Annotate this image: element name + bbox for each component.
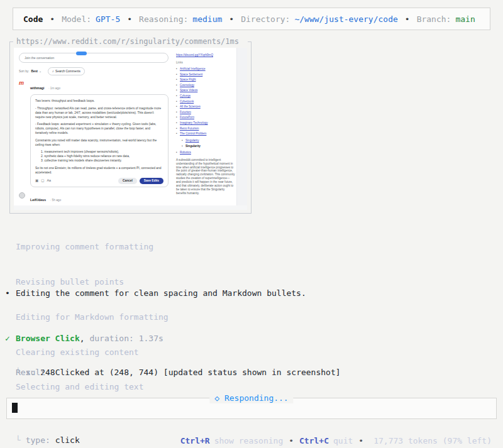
subreddit-description: A subreddit committed to intelligent und… — [176, 158, 235, 195]
list-item: Cosmology — [176, 84, 235, 87]
list-item: Imaginary Technology — [176, 121, 235, 124]
assistant-message-text: Editing the comment for clean spacing an… — [16, 288, 306, 298]
sidebar-link[interactable]: Robotics — [180, 151, 191, 154]
avatar — [19, 192, 25, 199]
sidebar-link[interactable]: Cyberpunk — [180, 100, 194, 103]
reasoning-label: Reasoning: — [139, 14, 188, 24]
sidebar-link[interactable]: Futurism — [180, 111, 191, 114]
page-bottom-strip — [14, 205, 247, 210]
separator-dot: • — [289, 436, 294, 445]
scrollbar-area[interactable] — [236, 48, 247, 210]
list-item: Singularity — [182, 139, 235, 142]
footer-hints: Ctrl+Rshow reasoning•Ctrl+Cquit•17,773 t… — [0, 427, 492, 448]
image-icon[interactable]: ▣ — [35, 178, 38, 183]
separator-dot: • — [50, 14, 55, 24]
editor-toolbar: ▣ ▢ Aa Cancel Save Edits — [35, 178, 163, 184]
assistant-message: •Editing the comment for clean spacing a… — [5, 288, 306, 298]
sidebar-link[interactable]: Space Flight — [180, 78, 196, 81]
queued-line: Improving comment formatting — [16, 241, 169, 253]
tool-result: Result: Clicked at (248, 744) [updated s… — [16, 368, 341, 377]
comment-author[interactable]: withmagi — [30, 86, 44, 90]
directory-label: Directory: — [241, 14, 290, 24]
result-spacer — [50, 368, 55, 377]
list-item: Retro Futurism — [176, 127, 235, 130]
blue-badge — [76, 52, 87, 55]
list-item: Futurism — [176, 111, 235, 114]
directory-value: ~/www/just-every/code — [294, 14, 397, 24]
sidebar-link[interactable]: All the Sciences — [180, 105, 201, 108]
text-format-icon[interactable]: Aa — [47, 178, 51, 183]
list-item: Cyborgs — [176, 94, 235, 97]
check-icon: ✓ — [5, 333, 16, 344]
edit-paragraph: - Feedback loops: automated experiment +… — [35, 122, 163, 135]
sort-value[interactable]: Best — [31, 70, 38, 73]
list-item: Robotics — [176, 151, 235, 154]
reddit-sidebar: https://discord.gg/YXqrb9mQ Links Artifi… — [176, 53, 235, 195]
search-icon: ⌕ — [52, 69, 54, 74]
sidebar-link[interactable]: Retro Futurism — [180, 127, 199, 130]
diamond-icon: ◇ — [214, 393, 219, 403]
comment-being-edited: m withmagi · 1m ago Two levers: throughp… — [19, 80, 169, 187]
list-item: Space Videos — [176, 89, 235, 92]
browser-preview-panel: https://www.reddit.com/r/singularity/com… — [9, 41, 252, 214]
model-value: GPT-5 — [96, 14, 120, 24]
search-comments-label: Search Comments — [55, 70, 80, 73]
separator-dot: • — [127, 14, 132, 24]
status-bar: Code • Model: GPT-5 • Reasoning: medium … — [13, 8, 490, 30]
edit-paragraph: - Throughput: networked AIs can read, pa… — [35, 106, 163, 119]
comment-timestamp: · 5h ago — [50, 199, 62, 202]
discord-link[interactable]: https://discord.gg/YXqrb9mQ — [176, 53, 235, 57]
responding-status: ◇ Responding... — [209, 393, 293, 403]
reddit-screenshot: Join the conversation Sort by: Best ⌄ ⌕ … — [14, 48, 247, 210]
sidebar-sublinks-list: Singularity Singularity — [182, 139, 235, 148]
model-label: Model: — [62, 14, 91, 24]
sidebar-link[interactable]: Artificial Intelligence — [180, 67, 206, 70]
tool-call-header: ✓Browser Click, duration: 1.37s — [5, 333, 163, 344]
sidebar-link[interactable]: Space Videos — [180, 89, 197, 92]
list-item: Space Settlement — [176, 73, 235, 76]
composer-input[interactable]: ◇ Responding... — [6, 398, 497, 419]
comment-compose-field[interactable]: Join the conversation — [19, 53, 169, 63]
sidebar-link[interactable]: Cosmology — [180, 84, 194, 87]
reddit-comments-column: Join the conversation Sort by: Best ⌄ ⌕ … — [19, 53, 169, 210]
sidebar-link[interactable]: Singularity — [185, 139, 199, 142]
comment-author[interactable]: LeifUdeus — [30, 198, 46, 202]
shortcut-key: Ctrl+R — [180, 436, 210, 445]
separator-dot: • — [405, 14, 410, 24]
queued-line: Revising bullet points — [16, 276, 169, 288]
list-item: All the Sciences — [176, 105, 235, 108]
cancel-button[interactable]: Cancel — [118, 178, 137, 184]
gif-icon[interactable]: ▢ — [41, 178, 44, 183]
list-item: Cyberpunk — [176, 100, 235, 103]
sidebar-link[interactable]: Imaginary Technology — [180, 121, 208, 124]
comment-timestamp: · 1m ago — [48, 87, 60, 90]
tool-name: Browser Click — [16, 334, 80, 343]
chevron-down-icon: ⌄ — [39, 70, 41, 73]
sidebar-link[interactable]: The Control Problem — [180, 132, 206, 135]
current-page-link: Singularity — [185, 145, 201, 148]
sidebar-link[interactable]: FuturePorn — [180, 116, 194, 119]
reasoning-value: medium — [192, 14, 222, 24]
comment-edit-box[interactable]: Two levers: throughput and feedback loop… — [30, 94, 169, 187]
branch-label: Branch: — [417, 14, 451, 24]
separator-dot: • — [358, 436, 363, 445]
sidebar-link[interactable]: Cyborgs — [180, 94, 191, 97]
list-item: The Control Problem — [176, 132, 235, 135]
edit-paragraph: Two levers: throughput and feedback loop… — [35, 99, 163, 103]
list-item: Space Flight — [176, 78, 235, 81]
edit-list-item: 2. synthetic data + high-fidelity sims r… — [41, 154, 163, 158]
list-item: FuturePorn — [176, 116, 235, 119]
sort-row: Sort by: Best ⌄ ⌕ Search Comments — [19, 67, 169, 75]
sidebar-links-list: Artificial Intelligence Space Settlement… — [176, 67, 235, 135]
token-count: 17,773 tokens (97% left) — [373, 436, 492, 445]
list-item: Artificial Intelligence — [176, 67, 235, 70]
comma: , — [80, 334, 85, 343]
app-title: Code — [23, 14, 43, 24]
shortcut-label: show reasoning — [214, 436, 284, 445]
result-value: Clicked at (248, 744) [updated status sh… — [55, 368, 341, 377]
sidebar-link[interactable]: Space Settlement — [180, 73, 202, 76]
search-comments-button[interactable]: ⌕ Search Comments — [48, 67, 85, 75]
shortcut-key: Ctrl+C — [299, 436, 329, 445]
text-cursor — [12, 403, 18, 413]
save-edits-button[interactable]: Save Edits — [140, 178, 163, 184]
